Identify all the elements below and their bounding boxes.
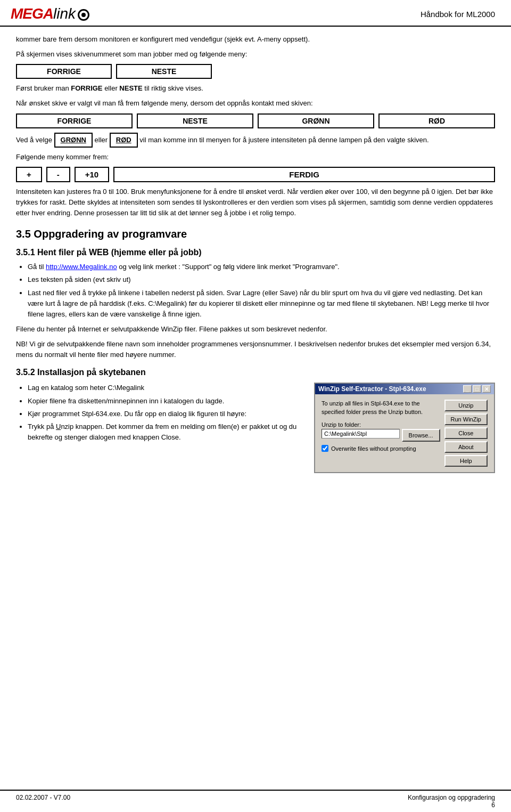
- button-row-1: FORRIGE NESTE: [16, 64, 495, 79]
- close-button[interactable]: Close: [444, 427, 488, 439]
- section352-text: Lag en katalog som heter C:\Megalink Kop…: [16, 383, 303, 473]
- page-header: MEGA link Håndbok for ML2000: [0, 0, 511, 27]
- footer-right: Konfigurasjon og oppgradering 6: [408, 794, 495, 809]
- s352-item-2: Kopier filene fra disketten/minnepinnen …: [28, 396, 303, 407]
- following-menu: Følgende meny kommer frem:: [16, 152, 495, 163]
- winzip-desc: To unzip all files in Stpl-634.exe to th…: [322, 400, 440, 416]
- help-button[interactable]: Help: [444, 455, 488, 467]
- winzip-dialog: WinZip Self-Extractor - Stpl-634.exe _ □…: [314, 383, 495, 473]
- logo-mega: MEGA: [11, 5, 53, 22]
- section351-para2: NB! Vi gir de selvutpakkende filene navn…: [16, 339, 495, 360]
- intro-line3: Først bruker man FORRIGE eller NESTE til…: [16, 83, 495, 94]
- section351-heading: 3.5.1 Hent filer på WEB (hjemme eller på…: [16, 248, 495, 257]
- neste-bold: NESTE: [119, 84, 142, 92]
- s352-item-3: Kjør programmet Stpl-634.exe. Du får opp…: [28, 409, 303, 419]
- color-desc: Ved å velge GRØNN eller RØD vil man komm…: [16, 133, 495, 148]
- neste-button-2[interactable]: NESTE: [137, 113, 253, 128]
- browse-button[interactable]: Browse...: [402, 429, 440, 442]
- s352-item-4: Trykk på Unzip knappen. Det kommer da fr…: [28, 421, 303, 443]
- titlebar-buttons: _ □ ✕: [463, 385, 491, 393]
- unzip-underline: U: [56, 423, 61, 431]
- plus-button[interactable]: +: [16, 167, 42, 182]
- maximize-button[interactable]: □: [473, 385, 481, 393]
- minus-button[interactable]: -: [46, 167, 70, 182]
- plus10-button[interactable]: +10: [75, 167, 109, 182]
- intensity-row: + - +10 FERDIG: [16, 167, 495, 182]
- page-footer: 02.02.2007 - V7.00 Konfigurasjon og oppg…: [0, 790, 511, 812]
- forrige-button-2[interactable]: FORRIGE: [16, 113, 133, 128]
- list-item-2: Les teksten på siden (evt skriv ut): [28, 274, 495, 285]
- intro-line2: På skjermen vises skivenummeret som man …: [16, 49, 495, 60]
- logo-circle-icon: [78, 9, 89, 21]
- ferdig-button[interactable]: FERDIG: [113, 167, 495, 182]
- footer-section: Konfigurasjon og oppgradering: [408, 794, 495, 801]
- section352-layout: Lag en katalog som heter C:\Megalink Kop…: [16, 383, 495, 473]
- neste-button-1[interactable]: NESTE: [116, 64, 212, 79]
- winzip-body: To unzip all files in Stpl-634.exe to th…: [315, 394, 494, 472]
- button-row-4: FORRIGE NESTE GRØNN RØD: [16, 113, 495, 128]
- megalink-link[interactable]: http://www.Megalink.no: [46, 263, 117, 271]
- gronn-inline-btn[interactable]: GRØNN: [54, 133, 93, 148]
- forrige-button-1[interactable]: FORRIGE: [16, 64, 112, 79]
- color-intro: Når ønsket skive er valgt vil man få fre…: [16, 98, 495, 109]
- winzip-right: Unzip Run WinZip Close About Help: [444, 400, 488, 467]
- intensity-desc: Intensiteten kan justeres fra 0 til 100.…: [16, 186, 495, 218]
- minimize-button[interactable]: _: [463, 385, 472, 393]
- section351-para1: Filene du henter på Internet er selvutpa…: [16, 324, 495, 335]
- gronn-button[interactable]: GRØNN: [258, 113, 374, 128]
- list-item-1: Gå til http://www.Megalink.no og velg li…: [28, 262, 495, 272]
- folder-input[interactable]: [322, 429, 400, 439]
- winzip-title: WinZip Self-Extractor - Stpl-634.exe: [318, 385, 426, 393]
- forrige-bold: FORRIGE: [71, 84, 102, 92]
- rod-button[interactable]: RØD: [378, 113, 495, 128]
- rod-inline-btn[interactable]: RØD: [110, 133, 138, 148]
- about-button[interactable]: About: [444, 441, 488, 453]
- section351-list: Gå til http://www.Megalink.no og velg li…: [28, 262, 495, 320]
- overwrite-label: Overwrite files without prompting: [331, 445, 416, 452]
- runwinzip-button[interactable]: Run WinZip: [444, 413, 488, 425]
- handbook-title: Håndbok for ML2000: [421, 10, 495, 19]
- main-content: kommer bare frem dersom monitoren er kon…: [0, 27, 511, 473]
- list-item-3: Last ned filer ved å trykke på linkene i…: [28, 288, 495, 320]
- section35-heading: 3.5 Oppgradering av programvare: [16, 228, 495, 240]
- s352-item-1: Lag en katalog som heter C:\Megalink: [28, 383, 303, 393]
- overwrite-checkbox[interactable]: [322, 445, 328, 452]
- unzip-to-label: Unzip to folder:: [322, 421, 440, 428]
- section352-list: Lag en katalog som heter C:\Megalink Kop…: [28, 383, 303, 443]
- overwrite-checkbox-row: Overwrite files without prompting: [322, 445, 440, 452]
- winzip-titlebar: WinZip Self-Extractor - Stpl-634.exe _ □…: [315, 384, 494, 394]
- close-window-button[interactable]: ✕: [482, 385, 491, 393]
- winzip-left: To unzip all files in Stpl-634.exe to th…: [322, 400, 440, 467]
- intro-line1: kommer bare frem dersom monitoren er kon…: [16, 34, 495, 45]
- unzip-button[interactable]: Unzip: [444, 400, 488, 411]
- logo-link: link: [53, 5, 76, 22]
- footer-page: 6: [491, 801, 495, 809]
- footer-date-version: 02.02.2007 - V7.00: [16, 794, 70, 809]
- logo: MEGA link: [11, 5, 89, 22]
- section352-heading: 3.5.2 Installasjon på skytebanen: [16, 368, 495, 377]
